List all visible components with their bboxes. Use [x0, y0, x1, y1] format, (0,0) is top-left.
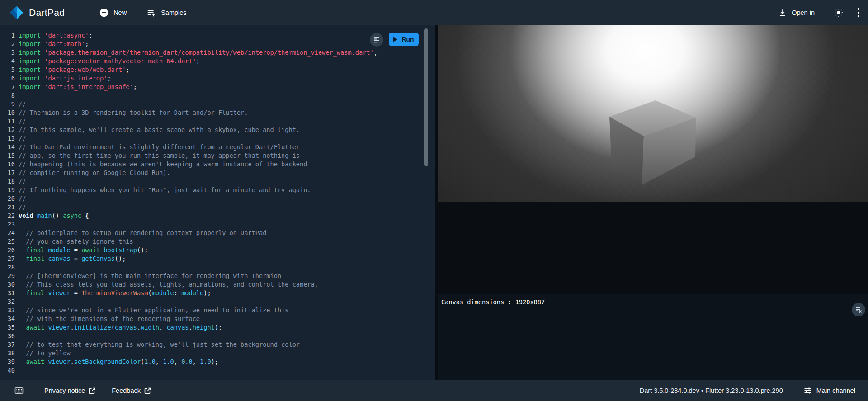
run-button[interactable]: Run [389, 33, 419, 46]
line-number: 34 [0, 315, 15, 323]
line-number: 19 [0, 186, 15, 194]
line-number: 14 [0, 143, 15, 151]
line-number: 38 [0, 349, 15, 358]
code-line: 4import 'package:vector_math/vector_math… [0, 57, 435, 66]
dartpad-app: DartPad New Samples Open in [0, 0, 868, 401]
privacy-notice-link[interactable]: Privacy notice [44, 387, 95, 394]
tune-icon [804, 387, 812, 395]
editor-scrollbar-thumb[interactable] [424, 28, 428, 166]
console-panel: Canvas dimensions : 868x401 [438, 294, 868, 380]
code-line: 6import 'dart:js_interop'; [0, 74, 435, 83]
line-number: 2 [0, 40, 15, 48]
code-line: 18// [0, 177, 435, 186]
code-line: 21// [0, 203, 435, 212]
code-line: 32 [0, 297, 435, 306]
cube-3d [605, 98, 700, 188]
line-number: 37 [0, 340, 15, 349]
dart-logo-icon [10, 6, 24, 19]
status-bar: Privacy notice Feedback Dart 3.5.0-284.0… [0, 380, 868, 401]
3d-scene [438, 25, 868, 202]
code-line: 15// app, so the first time you run this… [0, 151, 435, 160]
sdk-versions-text: Dart 3.5.0-284.0.dev • Flutter 3.23.0-13… [640, 387, 783, 394]
line-number: 33 [0, 306, 15, 315]
line-number: 35 [0, 323, 15, 332]
code-line: 16// happening (this is because we aren'… [0, 160, 435, 169]
line-number: 12 [0, 126, 15, 134]
line-number: 17 [0, 169, 15, 177]
code-lines: 1import 'dart:async';2import 'dart:math'… [0, 31, 435, 375]
console-output: Canvas dimensions : 868x401 [441, 298, 545, 307]
code-line: 33 // since we're not in a Flutter appli… [0, 306, 435, 315]
code-line: 14// The DartPad environment is slightly… [0, 143, 435, 151]
samples-button[interactable]: Samples [146, 8, 186, 18]
overflow-menu-icon[interactable] [857, 8, 860, 18]
code-line: 22void main() async { [0, 212, 435, 220]
code-line: 40 [0, 366, 435, 375]
download-icon [778, 8, 787, 17]
samples-button-label: Samples [161, 9, 186, 16]
code-line: 24 // boilerplate to setup our rendering… [0, 229, 435, 237]
line-number: 13 [0, 134, 15, 143]
code-line: 10// Thermion is a 3D rendering toolkit … [0, 109, 435, 117]
code-line: 3import 'package:thermion_dart/thermion_… [0, 48, 435, 57]
line-number: 11 [0, 117, 15, 126]
code-line: 31 final viewer = ThermionViewerWasm(mod… [0, 289, 435, 297]
app-title: DartPad [29, 7, 65, 18]
line-number: 4 [0, 57, 15, 66]
line-number: 28 [0, 263, 15, 272]
code-line: 27 final canvas = getCanvas(); [0, 255, 435, 263]
clear-console-icon [855, 306, 862, 313]
line-number: 40 [0, 366, 15, 375]
line-number: 29 [0, 272, 15, 280]
code-line: 7import 'dart:js_interop_unsafe'; [0, 83, 435, 91]
format-icon [373, 36, 380, 43]
code-line: 36 [0, 332, 435, 340]
line-number: 21 [0, 203, 15, 212]
play-icon [393, 37, 397, 42]
channel-selector[interactable]: Main channel [804, 387, 855, 395]
line-number: 6 [0, 74, 15, 83]
code-line: 17// compiler running on Google Cloud Ru… [0, 169, 435, 177]
feedback-link[interactable]: Feedback [112, 387, 151, 394]
code-line: 39 await viewer.setBackgroundColor(1.0, … [0, 358, 435, 366]
channel-label: Main channel [816, 387, 855, 394]
line-number: 24 [0, 229, 15, 237]
code-line: 20// [0, 194, 435, 203]
code-line: 35 await viewer.initialize(canvas.width,… [0, 323, 435, 332]
code-line: 28 [0, 263, 435, 272]
code-editor[interactable]: 1import 'dart:async';2import 'dart:math'… [0, 25, 435, 380]
format-button[interactable] [370, 33, 383, 47]
new-button-label: New [113, 9, 127, 16]
main-split: 1import 'dart:async';2import 'dart:math'… [0, 25, 868, 380]
code-line: 19// If nothing happens when you hit "Ru… [0, 186, 435, 194]
keyboard-icon[interactable] [14, 387, 24, 395]
line-number: 15 [0, 151, 15, 160]
privacy-notice-label: Privacy notice [44, 387, 85, 394]
clear-console-button[interactable] [852, 303, 865, 316]
code-line: 13// [0, 134, 435, 143]
code-line: 38 // to yellow [0, 349, 435, 358]
playlist-add-icon [146, 8, 156, 18]
brightness-toggle-icon[interactable] [834, 8, 844, 18]
line-number: 20 [0, 194, 15, 203]
code-line: 9// [0, 100, 435, 109]
code-line: 8 [0, 91, 435, 100]
code-line: 12// In this sample, we'll create a basi… [0, 126, 435, 134]
external-link-icon [144, 387, 151, 394]
feedback-label: Feedback [112, 387, 141, 394]
line-number: 9 [0, 100, 15, 109]
line-number: 36 [0, 332, 15, 340]
code-line: 25 // you can safely ignore this [0, 237, 435, 246]
line-number: 26 [0, 246, 15, 255]
line-number: 3 [0, 48, 15, 57]
code-line: 37 // to test that everything is working… [0, 340, 435, 349]
code-line: 29 // [ThermionViewer] is the main inter… [0, 272, 435, 280]
render-canvas [438, 25, 868, 291]
new-button[interactable]: New [99, 8, 127, 18]
line-number: 31 [0, 289, 15, 297]
line-number: 7 [0, 83, 15, 91]
line-number: 39 [0, 358, 15, 366]
line-number: 5 [0, 66, 15, 74]
line-number: 27 [0, 255, 15, 263]
open-in-button[interactable]: Open in [778, 8, 815, 17]
